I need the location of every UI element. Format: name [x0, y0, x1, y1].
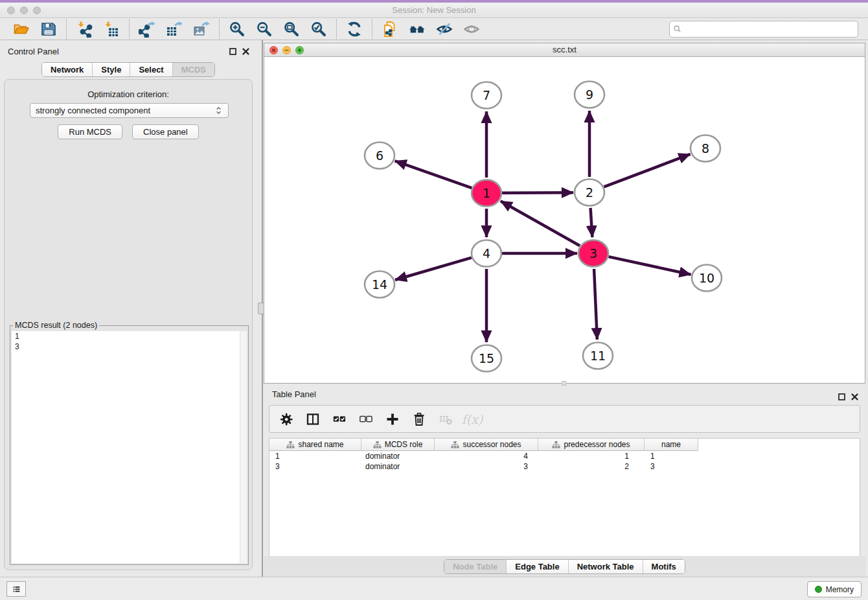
network-canvas-svg[interactable]: 7968124314101511: [264, 57, 865, 383]
column-header-shared-name[interactable]: shared name: [269, 439, 361, 451]
graph-node-label: 7: [483, 88, 490, 102]
show-eye-icon[interactable]: [463, 21, 480, 38]
memory-status-icon: [815, 586, 822, 593]
column-header-label: successor nodes: [463, 440, 521, 449]
tab-select[interactable]: Select: [130, 63, 172, 76]
column-header-MCDS-role[interactable]: MCDS role: [361, 439, 435, 451]
graph-node-label: 10: [699, 271, 714, 285]
titlebar[interactable]: Session: New Session: [0, 3, 868, 18]
export-image-icon[interactable]: [193, 21, 210, 38]
column-header-predecessor-nodes[interactable]: predecessor nodes: [538, 439, 645, 451]
tab-edge-table[interactable]: Edge Table: [506, 560, 567, 573]
zoom-out-icon[interactable]: [256, 21, 273, 38]
table-row[interactable]: 1dominator411: [269, 451, 860, 461]
close-panel-icon[interactable]: [242, 47, 250, 56]
network-minimize-icon[interactable]: [282, 46, 291, 54]
criterion-dropdown[interactable]: strongly connected component: [30, 103, 229, 118]
delete-column-icon[interactable]: [412, 412, 426, 426]
toolbar-group: [337, 21, 372, 38]
mcds-result-area[interactable]: 13: [12, 331, 247, 563]
edge-4-14[interactable]: [395, 258, 472, 280]
float-panel-icon[interactable]: [229, 47, 237, 56]
memory-label: Memory: [826, 585, 854, 594]
edge-3-11[interactable]: [594, 269, 597, 340]
hierarchy-icon: [552, 441, 560, 449]
criterion-dropdown-value: strongly connected component: [36, 106, 214, 115]
network-window-titlebar[interactable]: scc.txt: [264, 43, 865, 57]
tab-motifs[interactable]: Motifs: [643, 560, 685, 573]
main-toolbar-groups: [4, 18, 489, 40]
export-table-icon[interactable]: [166, 21, 183, 38]
window-title: Session: New Session: [0, 3, 868, 17]
mcds-panel: Optimization criterion: strongly connect…: [4, 79, 253, 570]
zoom-selected-icon[interactable]: [310, 21, 327, 38]
edge-2-8[interactable]: [604, 154, 690, 187]
table-header-row: shared nameMCDS rolesuccessor nodesprede…: [269, 439, 860, 451]
network-zoom-icon[interactable]: [295, 46, 304, 54]
deselect-all-icon[interactable]: [359, 412, 373, 426]
column-header-label: predecessor nodes: [564, 440, 630, 449]
home-icon[interactable]: [409, 21, 426, 38]
memory-button[interactable]: Memory: [807, 581, 862, 597]
tab-network-table[interactable]: Network Table: [568, 560, 643, 573]
table-body: 1dominator4113dominator323: [269, 451, 860, 472]
import-table-icon[interactable]: [103, 21, 120, 38]
duplicate-network-icon[interactable]: [382, 21, 398, 38]
control-panel-tabs: NetworkStyleSelectMCDS: [41, 62, 215, 77]
toolbar-group: [67, 21, 129, 38]
tab-network[interactable]: Network: [42, 63, 92, 76]
edge-1-2[interactable]: [502, 192, 573, 193]
zoom-fit-icon[interactable]: [283, 21, 300, 38]
table-tabs: Node TableEdge TableNetwork TableMotifs: [444, 559, 685, 574]
delete-table-icon: [439, 412, 453, 426]
column-header-name[interactable]: name: [645, 439, 698, 451]
import-network-icon[interactable]: [76, 21, 93, 38]
graph-node-label: 1: [483, 186, 490, 200]
column-header-label: name: [661, 440, 681, 449]
column-header-successor-nodes[interactable]: successor nodes: [435, 439, 538, 451]
edge-2-3[interactable]: [591, 208, 593, 237]
task-history-button[interactable]: [6, 581, 26, 597]
stepper-arrows-icon: [214, 106, 223, 115]
control-panel-title: Control Panel: [8, 47, 59, 56]
graph-node-label: 9: [586, 87, 593, 102]
zoom-in-icon[interactable]: [229, 21, 246, 38]
edge-3-1[interactable]: [501, 201, 580, 246]
hide-eye-icon[interactable]: [436, 21, 453, 38]
status-bar: Memory: [0, 577, 868, 600]
refresh-icon[interactable]: [346, 21, 363, 38]
toolbar-group: [372, 21, 489, 38]
close-panel-button[interactable]: Close panel: [132, 124, 199, 139]
save-session-icon[interactable]: [40, 21, 57, 38]
network-resize-handle[interactable]: [562, 381, 566, 386]
float-panel-icon[interactable]: [838, 393, 846, 401]
export-network-icon[interactable]: [139, 21, 155, 38]
table-cell: dominator: [361, 451, 435, 461]
tab-style[interactable]: Style: [92, 63, 130, 76]
hierarchy-icon: [373, 441, 382, 449]
open-session-icon[interactable]: [13, 21, 30, 38]
table-row[interactable]: 3dominator323: [269, 461, 860, 472]
search-input[interactable]: [681, 24, 854, 34]
edge-1-6[interactable]: [395, 161, 472, 188]
run-mcds-button[interactable]: Run MCDS: [58, 124, 122, 139]
edge-3-10[interactable]: [608, 257, 691, 275]
close-panel-icon[interactable]: [851, 393, 859, 401]
network-view-window: scc.txt 7968124314101511: [264, 43, 865, 384]
select-all-icon[interactable]: [332, 412, 347, 426]
task-list-icon: [12, 585, 21, 594]
hierarchy-icon: [286, 441, 295, 449]
graph-node-label: 4: [483, 246, 490, 260]
graph-node-label: 11: [590, 349, 606, 363]
result-scrollbar[interactable]: [240, 331, 247, 563]
tab-node-table[interactable]: Node Table: [444, 560, 506, 573]
table-settings-gear-icon[interactable]: [279, 412, 293, 426]
toolbar-group: [4, 21, 66, 38]
add-column-icon[interactable]: [385, 412, 400, 426]
network-close-icon[interactable]: [269, 46, 278, 54]
search-box[interactable]: [669, 21, 858, 38]
network-window-controls: [269, 46, 304, 54]
split-panel-icon[interactable]: [306, 412, 320, 426]
tab-mcds[interactable]: MCDS: [172, 63, 214, 76]
mcds-result-line: 1: [12, 331, 247, 341]
